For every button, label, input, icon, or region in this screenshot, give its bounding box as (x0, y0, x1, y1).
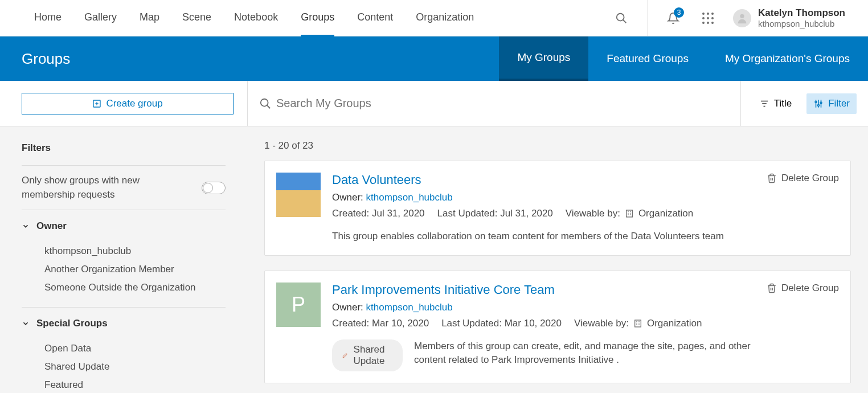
group-tabs: My Groups Featured Groups My Organizatio… (499, 36, 868, 81)
sliders-icon (813, 99, 824, 109)
sort-button[interactable]: Title (752, 93, 799, 114)
group-description: Members of this group can create, edit, … (414, 339, 755, 367)
filter-button[interactable]: Filter (806, 93, 857, 114)
svg-point-0 (617, 13, 624, 21)
svg-point-16 (820, 102, 822, 104)
group-owner: Owner: kthompson_hubclub (332, 192, 755, 203)
created-date: Created: Jul 31, 2020 (332, 208, 425, 219)
create-group-button[interactable]: Create group (22, 93, 234, 114)
create-group-label: Create group (106, 98, 162, 109)
description-row: Shared Update Members of this group can … (332, 339, 755, 371)
delete-group-button[interactable]: Delete Group (767, 283, 839, 294)
delete-group-button[interactable]: Delete Group (767, 173, 839, 184)
pencil-icon (342, 351, 348, 360)
facet-owner-title: Owner (36, 220, 67, 232)
updated-date: Last Updated: Mar 10, 2020 (441, 318, 562, 329)
separator (647, 0, 648, 36)
sidebar: Filters Only show groups with new member… (0, 126, 247, 393)
user-menu[interactable]: Katelyn Thompson kthompson_hubclub (733, 7, 845, 28)
top-nav-links: Home Gallery Map Scene Notebook Groups C… (34, 0, 474, 36)
svg-point-2 (740, 14, 744, 18)
group-owner: Owner: kthompson_hubclub (332, 302, 755, 313)
notification-badge: 3 (674, 7, 684, 18)
facet-item[interactable]: Open Data (44, 339, 226, 358)
nav-scene[interactable]: Scene (182, 0, 211, 36)
page-header: Groups My Groups Featured Groups My Orga… (0, 36, 868, 81)
search-input[interactable] (272, 92, 729, 114)
organization-icon (625, 209, 634, 218)
search-icon (615, 12, 628, 24)
page-title: Groups (22, 50, 70, 68)
facet-special-header[interactable]: Special Groups (22, 308, 226, 339)
sort-label: Title (774, 98, 792, 109)
search-icon (259, 97, 272, 110)
facet-item[interactable]: Shared Update (44, 358, 226, 376)
group-meta: Created: Jul 31, 2020 Last Updated: Jul … (332, 208, 755, 219)
trash-icon (767, 173, 777, 183)
group-meta: Created: Mar 10, 2020 Last Updated: Mar … (332, 318, 755, 329)
chevron-down-icon (22, 320, 30, 328)
svg-point-15 (818, 104, 820, 106)
notifications-button[interactable]: 3 (664, 9, 683, 28)
group-card: Data Volunteers Owner: kthompson_hubclub… (264, 161, 851, 256)
user-name: Katelyn Thompson (758, 7, 845, 19)
nav-groups[interactable]: Groups (301, 0, 334, 36)
svg-rect-17 (627, 210, 633, 217)
shared-update-badge: Shared Update (332, 339, 403, 371)
facet-item[interactable]: Someone Outside the Organization (44, 279, 226, 297)
facet-item[interactable]: Featured (44, 376, 226, 393)
top-nav-right: 3 Katelyn Thompson kthompson_hubclub (612, 0, 845, 36)
tab-org-groups[interactable]: My Organization's Groups (707, 36, 868, 81)
group-title-link[interactable]: Park Improvements Initiative Core Team (332, 283, 555, 297)
tab-featured-groups[interactable]: Featured Groups (588, 36, 707, 81)
membership-requests-toggle[interactable] (202, 182, 226, 194)
owner-link[interactable]: kthompson_hubclub (366, 302, 453, 313)
toggle-knob (203, 183, 213, 193)
nav-home[interactable]: Home (34, 0, 62, 36)
card-body: Data Volunteers Owner: kthompson_hubclub… (332, 173, 755, 244)
owner-prefix: Owner: (332, 192, 366, 203)
nav-gallery[interactable]: Gallery (84, 0, 117, 36)
trash-icon (767, 283, 777, 293)
card-actions: Delete Group (767, 173, 839, 244)
toolbar: Create group Title Filter (0, 81, 868, 126)
nav-notebook[interactable]: Notebook (234, 0, 278, 36)
created-date: Created: Mar 10, 2020 (332, 318, 429, 329)
search-column (247, 81, 740, 126)
owner-link[interactable]: kthompson_hubclub (366, 192, 453, 203)
facet-owner-header[interactable]: Owner (22, 210, 226, 242)
svg-rect-26 (635, 320, 641, 327)
facet-item[interactable]: kthompson_hubclub (44, 242, 226, 260)
search-button[interactable] (612, 9, 631, 28)
organization-icon (633, 319, 642, 328)
nav-content[interactable]: Content (357, 0, 393, 36)
facet-item[interactable]: Another Organization Member (44, 260, 226, 279)
filter-label: Filter (828, 98, 850, 109)
facet-special-title: Special Groups (36, 318, 108, 329)
facet-special-list: Open Data Shared Update Featured (22, 339, 226, 393)
group-title-link[interactable]: Data Volunteers (332, 173, 421, 187)
viewable-by: Viewable by: Organization (566, 208, 693, 219)
updated-date: Last Updated: Jul 31, 2020 (437, 208, 553, 219)
tab-my-groups[interactable]: My Groups (499, 36, 588, 81)
chevron-down-icon (22, 222, 30, 230)
avatar (733, 9, 751, 27)
card-actions: Delete Group (767, 283, 839, 371)
membership-requests-filter: Only show groups with new membership req… (22, 166, 226, 210)
svg-point-14 (815, 101, 817, 103)
delete-label: Delete Group (781, 283, 839, 294)
group-thumbnail: P (276, 283, 321, 327)
grid-icon (702, 13, 714, 24)
filters-heading: Filters (22, 142, 226, 154)
nav-map[interactable]: Map (140, 0, 159, 36)
create-column: Create group (0, 93, 247, 114)
svg-line-1 (623, 19, 627, 23)
content: 1 - 20 of 23 Data Volunteers Owner: ktho… (247, 126, 868, 393)
user-handle: kthompson_hubclub (758, 19, 845, 28)
viewable-by: Viewable by: Organization (574, 318, 702, 329)
group-thumbnail (276, 173, 321, 217)
app-switcher-button[interactable] (699, 9, 717, 27)
nav-organization[interactable]: Organization (416, 0, 474, 36)
sort-icon (759, 99, 769, 109)
group-description: This group enables collaboration on team… (332, 230, 755, 244)
